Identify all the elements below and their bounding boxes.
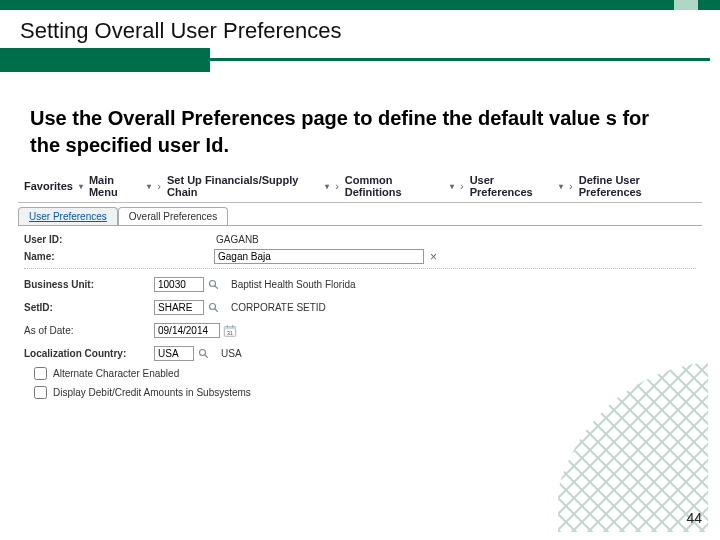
- top-accent-block: [674, 0, 698, 10]
- svg-point-0: [210, 280, 216, 286]
- breadcrumb-item[interactable]: Define User Preferences: [579, 174, 696, 198]
- row-setid: SetID: CORPORATE SETID: [18, 300, 702, 315]
- debit-credit-checkbox[interactable]: [34, 386, 47, 399]
- breadcrumb-item[interactable]: Main Menu: [89, 174, 141, 198]
- tab-overall-preferences[interactable]: Overall Preferences: [118, 207, 228, 225]
- alt-char-checkbox[interactable]: [34, 367, 47, 380]
- lookup-icon[interactable]: [197, 347, 211, 361]
- row-name: Name: ×: [18, 249, 702, 264]
- tab-user-preferences[interactable]: User Preferences: [18, 207, 118, 225]
- calendar-icon[interactable]: 31: [223, 324, 237, 338]
- row-business-unit: Business Unit: Baptist Health South Flor…: [18, 277, 702, 292]
- title-rule-line: [210, 58, 710, 61]
- label-localization-country: Localization Country:: [24, 348, 154, 359]
- title-bar: Setting Overall User Preferences: [0, 0, 720, 74]
- caret-down-icon: ▾: [450, 182, 454, 191]
- caret-down-icon: ▾: [79, 182, 83, 191]
- label-as-of-date: As of Date:: [24, 325, 154, 336]
- top-green-strip: [0, 0, 720, 10]
- setid-field[interactable]: [154, 300, 204, 315]
- breadcrumb: Favorites ▾ Main Menu ▾ › Set Up Financi…: [18, 172, 702, 203]
- lookup-icon[interactable]: [207, 278, 221, 292]
- svg-line-3: [215, 308, 218, 311]
- slide-title: Setting Overall User Preferences: [20, 18, 342, 44]
- row-debit-credit: Display Debit/Credit Amounts in Subsyste…: [18, 386, 702, 399]
- svg-point-2: [210, 303, 216, 309]
- business-unit-field[interactable]: [154, 277, 204, 292]
- label-user-id: User ID:: [24, 234, 154, 245]
- row-user-id: User ID: GAGANB: [18, 234, 702, 245]
- label-alt-char: Alternate Character Enabled: [53, 368, 179, 379]
- breadcrumb-item[interactable]: Common Definitions: [345, 174, 444, 198]
- row-localization-country: Localization Country: USA: [18, 346, 702, 361]
- caret-down-icon: ▾: [325, 182, 329, 191]
- slide-body-text: Use the Overall Preferences page to defi…: [30, 105, 670, 159]
- as-of-date-field[interactable]: [154, 323, 220, 338]
- breadcrumb-item[interactable]: Favorites: [24, 180, 73, 192]
- label-business-unit: Business Unit:: [24, 279, 154, 290]
- svg-line-10: [205, 354, 208, 357]
- lookup-icon[interactable]: [207, 301, 221, 315]
- localization-country-description: USA: [221, 348, 242, 359]
- title-rule-block: [0, 48, 210, 72]
- page-number: 44: [686, 510, 702, 526]
- breadcrumb-item[interactable]: User Preferences: [470, 174, 553, 198]
- row-as-of-date: As of Date: 31: [18, 323, 702, 338]
- breadcrumb-sep-icon: ›: [335, 180, 339, 192]
- app-screenshot: Favorites ▾ Main Menu ▾ › Set Up Financi…: [18, 172, 702, 402]
- caret-down-icon: ▾: [559, 182, 563, 191]
- breadcrumb-sep-icon: ›: [157, 180, 161, 192]
- label-setid: SetID:: [24, 302, 154, 313]
- svg-point-9: [200, 349, 206, 355]
- breadcrumb-item[interactable]: Set Up Financials/Supply Chain: [167, 174, 319, 198]
- setid-description: CORPORATE SETID: [231, 302, 326, 313]
- name-field[interactable]: [214, 249, 424, 264]
- breadcrumb-sep-icon: ›: [460, 180, 464, 192]
- breadcrumb-sep-icon: ›: [569, 180, 573, 192]
- clear-icon[interactable]: ×: [430, 250, 437, 264]
- value-user-id: GAGANB: [216, 234, 259, 245]
- svg-line-1: [215, 285, 218, 288]
- tab-strip: User Preferences Overall Preferences: [18, 207, 702, 226]
- caret-down-icon: ▾: [147, 182, 151, 191]
- label-name: Name:: [24, 251, 154, 262]
- business-unit-description: Baptist Health South Florida: [231, 279, 356, 290]
- svg-text:31: 31: [227, 329, 233, 335]
- localization-country-field[interactable]: [154, 346, 194, 361]
- label-debit-credit: Display Debit/Credit Amounts in Subsyste…: [53, 387, 251, 398]
- divider: [24, 268, 696, 269]
- row-alt-char: Alternate Character Enabled: [18, 367, 702, 380]
